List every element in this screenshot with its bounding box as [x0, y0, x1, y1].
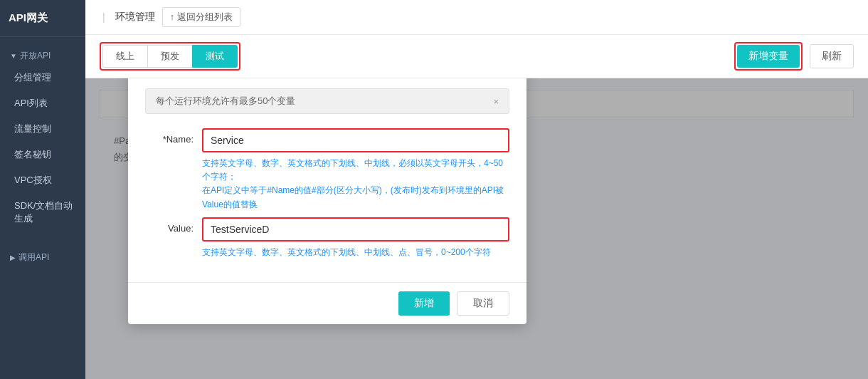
- tabs-area: 线上 预发 测试: [102, 45, 238, 68]
- name-input-wrap: 支持英文字母、数字、英文格式的下划线、中划线，必须以英文字母开头，4~50个字符…: [202, 128, 509, 212]
- modal-overlay: 新增变量 × 每个运行环境允许有最多50个变量 × *Name:: [85, 78, 868, 379]
- sidebar-item-sdk[interactable]: SDK/文档自动生成: [0, 193, 85, 232]
- name-label: *Name:: [145, 128, 202, 145]
- sidebar-call-api-label: 调用API: [18, 251, 49, 264]
- value-hint: 支持英文字母、数字、英文格式的下划线、中划线、点、冒号，0~200个字符: [202, 246, 509, 259]
- refresh-button[interactable]: 刷新: [810, 44, 854, 68]
- header-separator: |: [102, 11, 105, 23]
- value-label: Value:: [145, 217, 202, 234]
- tab-preview[interactable]: 预发: [147, 45, 192, 68]
- tab-group-highlight: 线上 预发 测试: [100, 42, 240, 71]
- modal-body: 每个运行环境允许有最多50个变量 × *Name: 支持英文字母、数字、英文格式…: [128, 78, 526, 282]
- content-area: 操作 #Path写为"#Path#"。 的变量值替换。 新增变量 ×: [85, 78, 868, 379]
- modal-dialog: 新增变量 × 每个运行环境允许有最多50个变量 × *Name:: [128, 78, 526, 324]
- tab-online[interactable]: 线上: [102, 45, 147, 68]
- sidebar-item-vpc[interactable]: VPC授权: [0, 167, 85, 193]
- sidebar-item-api-list[interactable]: API列表: [0, 90, 85, 116]
- new-variable-button[interactable]: 新增变量: [737, 45, 800, 68]
- sidebar-item-group-management[interactable]: 分组管理: [0, 65, 85, 90]
- value-input-wrap: 支持英文字母、数字、英文格式的下划线、中划线、点、冒号，0~200个字符: [202, 217, 509, 259]
- sidebar: API网关 ▼ 开放API 分组管理 API列表 流量控制 签名秘钥 VPC授权: [0, 0, 85, 379]
- value-input[interactable]: [202, 217, 509, 242]
- back-button[interactable]: ↑ 返回分组列表: [162, 7, 240, 27]
- main-content: | 环境管理 ↑ 返回分组列表 线上 预发 测试 新增变量 刷新: [85, 0, 868, 379]
- info-banner-text: 每个运行环境允许有最多50个变量: [156, 95, 295, 108]
- modal-footer: 新增 取消: [128, 282, 526, 324]
- tab-test[interactable]: 测试: [192, 45, 238, 68]
- sidebar-item-flow-control[interactable]: 流量控制: [0, 116, 85, 142]
- new-var-highlight: 新增变量: [734, 42, 803, 71]
- name-hint: 支持英文字母、数字、英文格式的下划线、中划线，必须以英文字母开头，4~50个字符…: [202, 157, 509, 212]
- call-api-arrow-icon: ▶: [10, 254, 16, 261]
- sidebar-logo: API网关: [0, 0, 85, 37]
- toolbar-right: 新增变量 刷新: [734, 42, 854, 71]
- group-arrow-icon: ▼: [10, 52, 17, 60]
- name-input[interactable]: [202, 128, 509, 152]
- sidebar-group-call-api[interactable]: ▶ 调用API: [0, 246, 85, 266]
- add-button[interactable]: 新增: [398, 291, 450, 316]
- form-row-value: Value: 支持英文字母、数字、英文格式的下划线、中划线、点、冒号，0~200…: [145, 217, 509, 259]
- breadcrumb: 环境管理: [115, 11, 155, 24]
- header-bar: | 环境管理 ↑ 返回分组列表: [85, 0, 868, 35]
- cancel-button[interactable]: 取消: [457, 291, 509, 316]
- form-row-name: *Name: 支持英文字母、数字、英文格式的下划线、中划线，必须以英文字母开头，…: [145, 128, 509, 212]
- info-banner: 每个运行环境允许有最多50个变量 ×: [145, 88, 509, 114]
- sidebar-group-label: 开放API: [20, 50, 51, 62]
- sidebar-item-sign-key[interactable]: 签名秘钥: [0, 142, 85, 167]
- info-banner-close[interactable]: ×: [493, 96, 499, 107]
- toolbar: 线上 预发 测试 新增变量 刷新: [85, 35, 868, 78]
- sidebar-group-open-api[interactable]: ▼ 开放API: [0, 44, 85, 65]
